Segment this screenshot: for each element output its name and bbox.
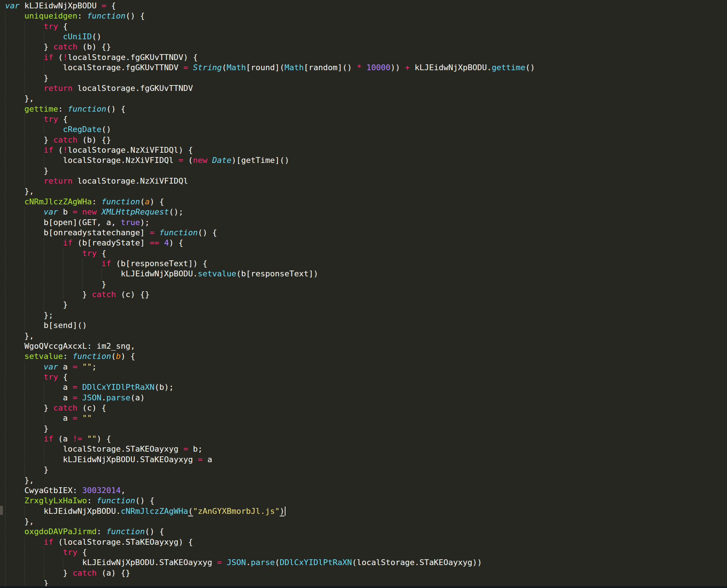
code-line[interactable]: } catch (b) {} [0,42,727,52]
code-line[interactable]: var kLJEidwNjXpBODU = { [0,1,727,11]
code-text: if (localStorage.STaKEOayxyg) { [0,537,727,547]
code-text: cUniID() [0,32,727,42]
code-line[interactable]: } [0,424,727,434]
code-line[interactable]: CwyaGtbIEX: 30032014, [0,485,727,496]
code-token: () { [135,496,155,505]
code-line[interactable]: var a = ""; [0,362,727,372]
code-line[interactable]: setvalue: function(b) { [0,351,727,361]
code-text: localStorage.NzXiVFIDQl = (new Date)[get… [0,155,727,165]
code-line[interactable]: uniqueidgen: function() { [0,11,727,21]
code-line[interactable]: b[onreadystatechange] = function() { [0,228,727,238]
code-line[interactable]: } catch (c) { [0,403,727,413]
code-line[interactable]: try { [0,114,727,124]
code-token: String [193,63,222,72]
code-line[interactable]: a = DDlCxYIDlPtRaXN(b); [0,382,727,392]
code-line[interactable]: a = JSON.parse(a) [0,393,727,403]
code-token: if [101,259,111,268]
code-line[interactable]: } [0,300,727,310]
code-text: }, [0,331,727,341]
code-line[interactable]: return localStorage.NzXiVFIDQl [0,176,727,186]
code-line[interactable]: } catch (c) {} [0,289,727,300]
code-text: b[onreadystatechange] = function() { [0,228,727,238]
code-line[interactable]: }, [0,331,727,341]
code-line[interactable]: if (localStorage.STaKEOayxyg) { [0,537,727,547]
code-token: ( [53,145,63,155]
code-line[interactable]: kLJEidwNjXpBODU.STaKEOayxyg = JSON.parse… [0,557,727,568]
code-line[interactable]: kLJEidwNjXpBODU.STaKEOayxyg = a [0,455,727,465]
code-text: localStorage.STaKEOayxyg = b; [0,444,727,454]
code-token: new [82,207,97,216]
code-token: : [58,104,68,113]
code-editor[interactable]: var kLJEidwNjXpBODU = { uniqueidgen: fun… [0,1,727,588]
code-line[interactable]: } [0,465,727,475]
code-line[interactable]: try { [0,372,727,382]
code-line[interactable]: try { [0,248,727,259]
code-token: ZrxglyLxHaIwo [24,496,87,505]
code-line[interactable]: localStorage.NzXiVFIDQl = (new Date)[get… [0,155,727,165]
code-line[interactable]: return localStorage.fgGKUvTTNDV [0,83,727,93]
code-line[interactable]: }, [0,93,727,104]
code-line[interactable]: b[send]() [0,320,727,331]
code-line[interactable]: }, [0,516,727,527]
code-line[interactable]: if (b[responseText]) { [0,259,727,269]
code-line[interactable]: b[open](GET, a, true); [0,217,727,228]
code-line[interactable]: var b = new XMLHttpRequest(); [0,207,727,217]
indent-spaces [5,145,44,155]
code-token: : [92,197,101,206]
code-line[interactable]: if (a != "") { [0,434,727,444]
code-line[interactable]: } [0,279,727,289]
code-token: ) { [149,197,164,206]
code-text: return localStorage.NzXiVFIDQl [0,176,727,186]
code-text: }; [0,310,727,320]
code-token: kLJEidwNjXpBODU [20,1,101,10]
code-line[interactable]: ZrxglyLxHaIwo: function() { [0,496,727,506]
code-token: localStorage.NzXiVFIDQl [63,156,179,165]
code-token: b [116,352,121,361]
code-line[interactable]: if (!localStorage.fgGKUvTTNDV) { [0,52,727,63]
code-line[interactable]: try { [0,21,727,32]
code-line[interactable]: a = "" [0,413,727,423]
code-text: if (b[responseText]) { [0,259,727,269]
code-text: } [0,166,727,176]
indent-spaces [5,465,44,474]
code-token: } [63,568,73,577]
code-line[interactable]: cUniID() [0,32,727,42]
code-token [77,207,82,216]
code-line[interactable]: } catch (a) {} [0,568,727,578]
code-line[interactable]: }, [0,475,727,485]
code-line[interactable]: try { [0,547,727,557]
indent-spaces [5,331,24,340]
code-line[interactable]: }; [0,310,727,320]
code-token: a [145,197,149,206]
indent-spaces [5,413,63,423]
code-line[interactable]: cRegDate() [0,124,727,135]
code-line[interactable]: cNRmJlczZAgWHa: function(a) { [0,197,727,207]
code-token: uniqueidgen [24,11,77,20]
code-line[interactable]: if (!localStorage.NzXiVFIDQl) { [0,145,727,155]
indent-spaces [5,63,63,72]
code-token: ( [111,352,116,361]
indent-spaces [5,558,82,567]
code-line[interactable]: } [0,73,727,83]
code-token: "" [82,362,92,371]
gutter-marker [0,506,3,515]
indent-spaces [5,527,24,536]
code-line[interactable]: oxgdoDAVPaJirmd: function() { [0,527,727,537]
code-line[interactable]: kLJEidwNjXpBODU.cNRmJlczZAgWHa("zAnGYXBm… [0,506,727,516]
code-line[interactable]: WgoQVccgAxcxL: im2_sng, [0,341,727,351]
code-line[interactable]: } catch (b) {} [0,135,727,145]
code-line[interactable]: gettime: function() { [0,104,727,114]
code-token: oxgdoDAVPaJirmd [24,527,97,536]
code-line[interactable]: } [0,166,727,176]
indent-spaces [5,341,24,351]
code-line[interactable]: localStorage.STaKEOayxyg = b; [0,444,727,454]
code-line[interactable]: kLJEidwNjXpBODU.setvalue(b[responseText]… [0,269,727,279]
code-token: ; [92,362,96,371]
code-token: : [63,352,73,361]
code-line[interactable]: if (b[readyState] == 4) { [0,238,727,248]
code-token: () { [145,527,164,536]
code-text: a = DDlCxYIDlPtRaXN(b); [0,382,727,392]
code-token: * [357,63,361,72]
code-line[interactable]: localStorage.fgGKUvTTNDV = String(Math[r… [0,63,727,73]
code-line[interactable]: }, [0,186,727,196]
